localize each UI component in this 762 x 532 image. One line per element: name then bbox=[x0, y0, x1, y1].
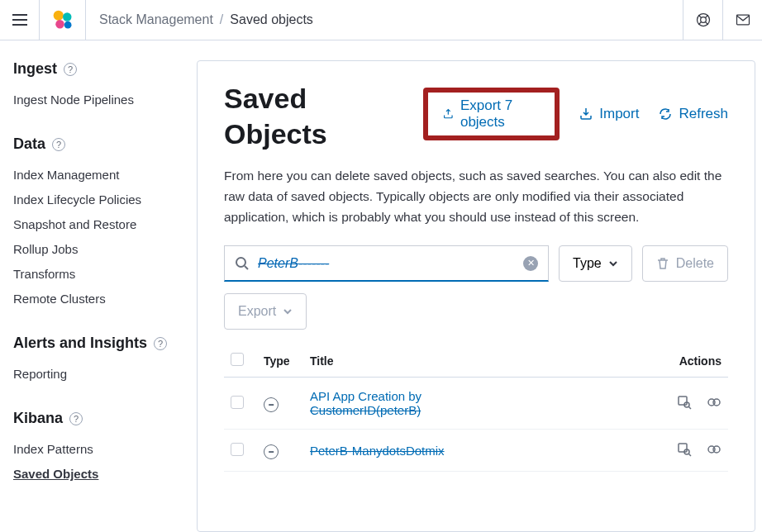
relationships-icon[interactable] bbox=[707, 395, 722, 410]
menu-toggle[interactable] bbox=[0, 0, 40, 40]
sidebar-item-reporting[interactable]: Reporting bbox=[13, 362, 174, 387]
app-header: Stack Management / Saved objects bbox=[0, 0, 762, 40]
svg-line-23 bbox=[689, 454, 692, 456]
logo[interactable] bbox=[40, 0, 86, 40]
table-row: API App Creation by CustomerID(peterB) bbox=[224, 378, 728, 430]
sidebar-item-remote-clusters[interactable]: Remote Clusters bbox=[13, 287, 174, 311]
svg-point-20 bbox=[713, 399, 720, 406]
svg-rect-16 bbox=[679, 397, 687, 405]
svg-point-8 bbox=[700, 17, 706, 23]
sidebar-section-alerts: Alerts and Insights ? Reporting bbox=[13, 335, 174, 387]
feedback-button[interactable] bbox=[722, 0, 762, 40]
trash-icon bbox=[656, 257, 669, 270]
discover-type-icon bbox=[260, 394, 281, 415]
panel: Saved Objects Export 7 objects Import bbox=[197, 60, 755, 532]
delete-label: Delete bbox=[676, 256, 714, 271]
header-left: Stack Management / Saved objects bbox=[0, 0, 326, 40]
svg-point-25 bbox=[713, 446, 720, 453]
breadcrumb-current: Saved objects bbox=[230, 12, 313, 27]
svg-point-14 bbox=[236, 258, 245, 267]
content: Saved Objects Export 7 objects Import bbox=[187, 40, 762, 532]
header-actions: Export 7 objects Import Refresh bbox=[423, 81, 728, 140]
page-description: From here you can delete saved objects, … bbox=[224, 166, 728, 227]
mail-icon bbox=[735, 12, 751, 28]
sidebar-item-snapshot[interactable]: Snapshot and Restore bbox=[13, 212, 174, 237]
delete-button: Delete bbox=[642, 245, 728, 282]
select-all-checkbox[interactable] bbox=[231, 353, 244, 366]
sidebar-item-index-management[interactable]: Index Management bbox=[13, 163, 174, 188]
breadcrumb-root[interactable]: Stack Management bbox=[99, 12, 213, 27]
export-icon bbox=[443, 107, 454, 121]
type-filter-label: Type bbox=[573, 256, 602, 271]
row-checkbox[interactable] bbox=[231, 396, 244, 409]
inspect-icon[interactable] bbox=[677, 395, 692, 410]
row-title-link[interactable]: PeterB-ManydotsDotmix bbox=[310, 444, 445, 458]
table-row: PeterB-ManydotsDotmix bbox=[224, 430, 728, 471]
sidebar-item-ingest-node-pipelines[interactable]: Ingest Node Pipelines bbox=[13, 88, 174, 112]
clear-search-button[interactable]: ✕ bbox=[523, 256, 538, 271]
chevron-down-icon bbox=[608, 259, 618, 268]
help-icon[interactable]: ? bbox=[69, 412, 83, 425]
sidebar-title: Kibana bbox=[13, 410, 63, 427]
svg-point-3 bbox=[53, 11, 63, 21]
export-all-button[interactable]: Export 7 objects bbox=[443, 97, 540, 131]
sidebar-item-transforms[interactable]: Transforms bbox=[13, 262, 174, 287]
chevron-down-icon bbox=[283, 306, 293, 316]
svg-line-15 bbox=[245, 266, 248, 269]
export-dropdown-label: Export bbox=[238, 304, 276, 319]
row-title-line1: PeterB-ManydotsDotmix bbox=[310, 444, 445, 458]
col-header-actions: Actions bbox=[629, 344, 728, 378]
header-right bbox=[683, 0, 762, 40]
breadcrumb: Stack Management / Saved objects bbox=[86, 12, 326, 27]
export-dropdown-row: Export bbox=[224, 293, 728, 330]
svg-line-10 bbox=[705, 15, 707, 17]
close-icon: ✕ bbox=[527, 258, 535, 268]
sidebar-title: Ingest bbox=[13, 60, 57, 78]
elastic-logo-icon bbox=[51, 8, 74, 31]
search-value: PeterB------- bbox=[258, 256, 515, 271]
sidebar-item-rollup[interactable]: Rollup Jobs bbox=[13, 237, 174, 262]
sidebar: Ingest ? Ingest Node Pipelines Data ? In… bbox=[0, 40, 187, 532]
help-icon[interactable]: ? bbox=[52, 138, 65, 151]
row-title-link[interactable]: API App Creation by CustomerID(peterB) bbox=[310, 389, 421, 417]
controls-row: PeterB------- ✕ Type Delete bbox=[224, 245, 728, 282]
refresh-label: Refresh bbox=[679, 106, 728, 122]
svg-line-12 bbox=[705, 22, 707, 25]
sidebar-section-ingest: Ingest ? Ingest Node Pipelines bbox=[13, 60, 174, 112]
col-header-title[interactable]: Title bbox=[303, 344, 629, 378]
sidebar-item-index-patterns[interactable]: Index Patterns bbox=[13, 437, 174, 462]
svg-point-5 bbox=[55, 20, 64, 29]
sidebar-title: Data bbox=[13, 135, 45, 153]
import-icon bbox=[579, 107, 593, 121]
page-title: Saved Objects bbox=[224, 81, 403, 151]
sidebar-item-ilm[interactable]: Index Lifecycle Policies bbox=[13, 188, 174, 212]
sidebar-section-kibana: Kibana ? Index Patterns Saved Objects bbox=[13, 410, 174, 487]
col-header-type[interactable]: Type bbox=[257, 344, 303, 378]
export-highlight: Export 7 objects bbox=[423, 88, 560, 140]
search-icon bbox=[235, 256, 250, 271]
svg-point-4 bbox=[63, 12, 72, 21]
svg-rect-13 bbox=[736, 15, 749, 25]
help-icon[interactable]: ? bbox=[154, 337, 167, 350]
relationships-icon[interactable] bbox=[707, 442, 722, 457]
panel-header: Saved Objects Export 7 objects Import bbox=[224, 81, 728, 151]
type-filter-button[interactable]: Type bbox=[559, 245, 632, 282]
inspect-icon[interactable] bbox=[677, 442, 692, 457]
breadcrumb-separator: / bbox=[220, 12, 223, 27]
main-layout: Ingest ? Ingest Node Pipelines Data ? In… bbox=[0, 40, 762, 532]
saved-objects-table: Type Title Actions API App Creation by C… bbox=[224, 344, 728, 471]
row-title-line2: CustomerID(peterB) bbox=[310, 403, 421, 417]
sidebar-section-data: Data ? Index Management Index Lifecycle … bbox=[13, 135, 174, 311]
import-label: Import bbox=[599, 106, 639, 122]
refresh-button[interactable]: Refresh bbox=[659, 106, 728, 122]
search-input[interactable]: PeterB------- ✕ bbox=[224, 245, 549, 282]
row-checkbox[interactable] bbox=[231, 443, 244, 456]
discover-type-icon bbox=[260, 441, 281, 462]
svg-rect-21 bbox=[679, 444, 687, 452]
sidebar-item-saved-objects[interactable]: Saved Objects bbox=[13, 462, 174, 487]
svg-line-9 bbox=[698, 15, 701, 17]
help-icon[interactable]: ? bbox=[64, 63, 77, 76]
import-button[interactable]: Import bbox=[579, 106, 639, 122]
help-button[interactable] bbox=[683, 0, 722, 40]
export-dropdown[interactable]: Export bbox=[224, 293, 307, 330]
